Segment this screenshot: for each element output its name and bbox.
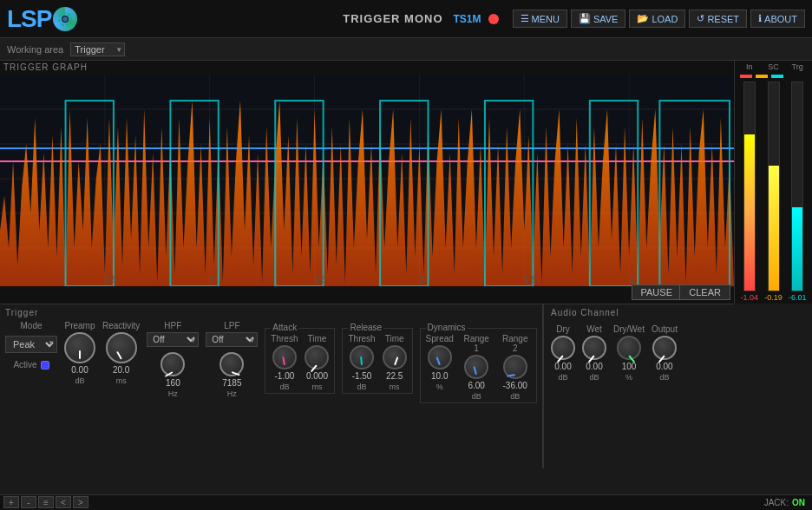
active-led[interactable] xyxy=(41,361,49,369)
hpf-freq: 160 xyxy=(166,378,180,388)
lpf-knob[interactable] xyxy=(219,352,244,376)
reactivity-unit: ms xyxy=(116,376,127,385)
remove-button[interactable]: - xyxy=(21,496,36,508)
audio-section: Audio Channel Dry 0.00 dB xyxy=(543,304,734,468)
release-time-knob[interactable] xyxy=(383,345,407,369)
lpf-group: LPF Off 12dB/oct 24dB/oct xyxy=(206,321,258,398)
meter-sc-value: -0.19 xyxy=(763,293,785,302)
reactivity-knob[interactable] xyxy=(106,332,137,363)
about-icon: ℹ xyxy=(758,13,762,24)
meter-values: -1.04 -0.19 -6.01 xyxy=(735,291,812,304)
attack-time-knob[interactable] xyxy=(304,345,329,369)
next-button[interactable]: > xyxy=(73,496,88,508)
meter-in-fill xyxy=(744,134,755,291)
meters-panel: In SC Trg xyxy=(734,61,812,304)
release-thresh-knob[interactable] xyxy=(350,345,374,369)
release-thresh-label: Thresh xyxy=(348,334,375,343)
attack-group-box: Attack Thresh -1.00 dB xyxy=(265,328,335,394)
lpf-select-wrapper: Off 12dB/oct 24dB/oct xyxy=(206,332,258,347)
range1-label: Range 1 xyxy=(461,334,493,353)
svg-text:1: 1 xyxy=(629,275,634,284)
range1-group: Range 1 6.00 dB xyxy=(461,334,493,401)
hpf-knob[interactable] xyxy=(160,352,185,376)
meter-sc-indicator xyxy=(756,75,768,78)
reactivity-value: 20.0 xyxy=(113,365,129,375)
reset-button[interactable]: ↺ RESET xyxy=(689,10,747,28)
release-thresh-unit: dB xyxy=(357,382,367,391)
attack-inner: Thresh -1.00 dB Time xyxy=(271,330,329,391)
pause-button[interactable]: PAUSE xyxy=(632,284,682,300)
wet-knob[interactable] xyxy=(582,336,606,360)
drywet-knob[interactable] xyxy=(617,336,641,360)
wet-unit: dB xyxy=(589,373,599,382)
range1-knob[interactable] xyxy=(464,355,488,379)
release-time-value: 22.5 xyxy=(386,371,403,381)
working-area-select-wrapper: Trigger Channel Global xyxy=(70,42,125,56)
release-time-group: Time 22.5 ms xyxy=(383,334,407,391)
preamp-label: Preamp xyxy=(64,321,95,330)
svg-text:2.5: 2.5 xyxy=(315,275,327,284)
wet-value: 0.00 xyxy=(586,362,602,371)
drywet-unit: % xyxy=(625,373,632,382)
audio-section-label: Audio Channel xyxy=(551,308,727,317)
hpf-select[interactable]: Off 12dB/oct 24dB/oct xyxy=(147,332,199,347)
reactivity-label: Reactivity xyxy=(102,321,140,330)
controls-area: Trigger Mode Peak RMS Low-Pass Uniform xyxy=(0,304,734,468)
output-knob[interactable] xyxy=(652,336,677,360)
prev-button[interactable]: < xyxy=(56,496,71,508)
spread-knob[interactable] xyxy=(428,345,452,369)
hpf-freq-unit: Hz xyxy=(168,389,178,398)
hpf-label: HPF xyxy=(164,321,181,330)
spread-value: 10.0 xyxy=(431,371,448,381)
lpf-freq-unit: Hz xyxy=(227,389,237,398)
attack-thresh-knob[interactable] xyxy=(272,345,297,369)
load-button[interactable]: 📂 LOAD xyxy=(629,10,685,28)
list-button[interactable]: ≡ xyxy=(38,496,54,508)
lpf-select[interactable]: Off 12dB/oct 24dB/oct xyxy=(206,332,258,347)
reset-icon: ↺ xyxy=(697,13,704,24)
release-thresh-group: Thresh -1.50 dB xyxy=(348,334,375,391)
logo-gear xyxy=(53,7,77,31)
waveform-svg: 3.5 3 2.5 2 1.5 1 xyxy=(0,75,734,286)
lpf-label: LPF xyxy=(224,321,239,330)
wet-group: Wet 0.00 dB xyxy=(582,324,606,382)
about-button[interactable]: ℹ ABOUT xyxy=(750,10,805,28)
save-button[interactable]: 💾 SAVE xyxy=(571,10,626,28)
meter-in-indicator xyxy=(740,75,752,78)
graph-canvas: +12 0 -12 xyxy=(0,61,734,304)
drywet-label: Dry/Wet xyxy=(613,324,645,334)
range2-label: Range 2 xyxy=(499,334,531,353)
add-button[interactable]: + xyxy=(3,496,19,508)
dynamics-group-title: Dynamics xyxy=(426,323,468,332)
mode-select[interactable]: Peak RMS Low-Pass Uniform xyxy=(5,336,57,353)
range2-group: Range 2 -36.00 dB xyxy=(499,334,531,401)
lpf-freq: 7185 xyxy=(222,378,241,388)
range1-value: 6.00 xyxy=(468,381,484,390)
working-area-select[interactable]: Trigger Channel Global xyxy=(70,42,125,56)
preamp-value: 0.00 xyxy=(71,365,88,375)
meter-bars xyxy=(735,82,812,291)
output-group: Output 0.00 dB xyxy=(652,324,678,382)
hpf-select-wrapper: Off 12dB/oct 24dB/oct xyxy=(147,332,199,347)
plugin-title: TRIGGER MONO xyxy=(343,12,442,25)
menu-button[interactable]: ☰ MENU xyxy=(513,10,567,28)
save-icon: 💾 xyxy=(579,13,591,24)
dry-knob[interactable] xyxy=(551,336,575,360)
meter-trg-col xyxy=(786,82,809,291)
svg-point-2 xyxy=(62,16,68,22)
preamp-knob[interactable] xyxy=(64,332,95,363)
clear-button[interactable]: CLEAR xyxy=(679,284,730,300)
mode-select-wrapper: Peak RMS Low-Pass Uniform xyxy=(5,332,57,353)
dynamics-inner: Spread 10.0 % Range 1 xyxy=(426,330,531,401)
dry-group: Dry 0.00 dB xyxy=(551,324,575,382)
meter-trg-track xyxy=(791,82,803,291)
range2-knob[interactable] xyxy=(503,355,527,379)
release-group-title: Release xyxy=(348,323,383,332)
drywet-value: 100 xyxy=(622,362,637,371)
meter-in-value: -1.04 xyxy=(738,293,761,302)
release-time-unit: ms xyxy=(390,382,400,391)
svg-text:3.5: 3.5 xyxy=(105,275,117,284)
attack-time-value: 0.000 xyxy=(306,371,328,381)
attack-thresh-unit: dB xyxy=(279,382,289,391)
jack-label: JACK: xyxy=(764,498,789,507)
